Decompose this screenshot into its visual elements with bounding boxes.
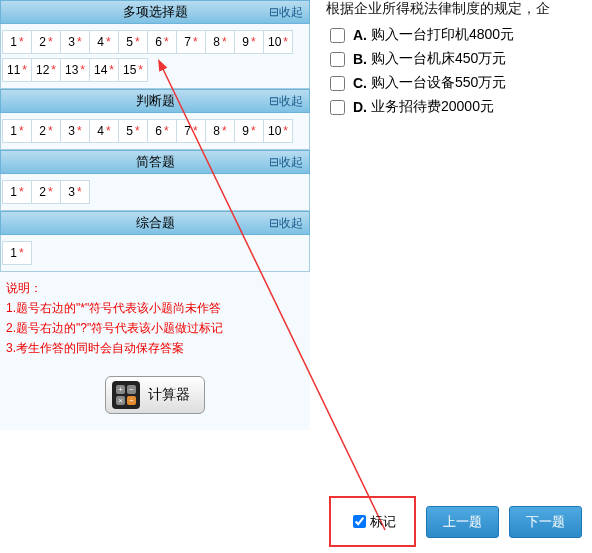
question-number: 10 (268, 35, 281, 49)
question-cell[interactable]: 6* (147, 30, 177, 54)
question-number: 4 (97, 124, 104, 138)
section-body-multichoice: 1*2*3*4*5*6*7*8*9*10*11*12*13*14*15* (0, 24, 310, 89)
question-number: 11 (7, 63, 20, 77)
unanswered-star-icon: * (283, 124, 288, 138)
next-button[interactable]: 下一题 (509, 506, 582, 538)
collapse-toggle[interactable]: ⊟收起 (269, 90, 303, 112)
collapse-toggle[interactable]: ⊟收起 (269, 212, 303, 234)
notes-block: 说明： 1.题号右边的"*"符号代表该小题尚未作答 2.题号右边的"?"符号代表… (0, 272, 310, 368)
mark-checkbox-highlight[interactable]: 标记 (329, 496, 416, 547)
unanswered-star-icon: * (22, 63, 27, 77)
question-cell[interactable]: 9* (234, 119, 264, 143)
unanswered-star-icon: * (109, 63, 114, 77)
calculator-button[interactable]: +−×÷ 计算器 (105, 376, 205, 414)
question-navigator: 多项选择题 ⊟收起 1*2*3*4*5*6*7*8*9*10*11*12*13*… (0, 0, 310, 430)
question-number: 1 (10, 124, 17, 138)
option-row[interactable]: B.购入一台机床450万元 (326, 50, 592, 68)
question-number: 6 (155, 124, 162, 138)
question-number: 10 (268, 124, 281, 138)
option-checkbox[interactable] (330, 100, 345, 115)
unanswered-star-icon: * (164, 124, 169, 138)
unanswered-star-icon: * (222, 35, 227, 49)
option-text: 购入一台设备550万元 (371, 74, 506, 92)
question-cell[interactable]: 3* (60, 119, 90, 143)
question-cell[interactable]: 1* (2, 180, 32, 204)
question-cell[interactable]: 12* (31, 58, 61, 82)
question-number: 7 (184, 35, 191, 49)
question-cell[interactable]: 4* (89, 30, 119, 54)
mark-label: 标记 (370, 513, 396, 531)
unanswered-star-icon: * (138, 63, 143, 77)
question-cell[interactable]: 3* (60, 180, 90, 204)
collapse-toggle[interactable]: ⊟收起 (269, 1, 303, 23)
section-header-multichoice[interactable]: 多项选择题 ⊟收起 (0, 0, 310, 24)
collapse-toggle[interactable]: ⊟收起 (269, 151, 303, 173)
question-cell[interactable]: 6* (147, 119, 177, 143)
section-header-short[interactable]: 简答题 ⊟收起 (0, 150, 310, 174)
question-cell[interactable]: 1* (2, 241, 32, 265)
option-checkbox[interactable] (330, 28, 345, 43)
option-row[interactable]: D.业务招待费20000元 (326, 98, 592, 116)
question-cell[interactable]: 8* (205, 30, 235, 54)
calculator-icon: +−×÷ (112, 381, 140, 409)
question-number: 9 (242, 124, 249, 138)
question-cell[interactable]: 10* (263, 30, 293, 54)
question-cell[interactable]: 2* (31, 30, 61, 54)
question-number: 8 (213, 124, 220, 138)
unanswered-star-icon: * (77, 35, 82, 49)
notes-heading: 说明： (6, 278, 304, 298)
option-text: 业务招待费20000元 (371, 98, 494, 116)
question-number: 7 (184, 124, 191, 138)
section-title: 判断题 (136, 93, 175, 108)
unanswered-star-icon: * (48, 185, 53, 199)
question-cell[interactable]: 14* (89, 58, 119, 82)
question-cell[interactable]: 2* (31, 180, 61, 204)
question-cell[interactable]: 3* (60, 30, 90, 54)
option-letter: B. (353, 51, 367, 67)
question-number: 15 (123, 63, 136, 77)
question-cell[interactable]: 13* (60, 58, 90, 82)
section-header-judge[interactable]: 判断题 ⊟收起 (0, 89, 310, 113)
section-title: 综合题 (136, 215, 175, 230)
section-header-comprehensive[interactable]: 综合题 ⊟收起 (0, 211, 310, 235)
question-cell[interactable]: 5* (118, 30, 148, 54)
question-number: 3 (68, 35, 75, 49)
question-cell[interactable]: 5* (118, 119, 148, 143)
question-cell[interactable]: 10* (263, 119, 293, 143)
option-row[interactable]: A.购入一台打印机4800元 (326, 26, 592, 44)
option-row[interactable]: C.购入一台设备550万元 (326, 74, 592, 92)
option-checkbox[interactable] (330, 52, 345, 67)
question-cell[interactable]: 2* (31, 119, 61, 143)
question-number: 1 (10, 246, 17, 260)
question-cell[interactable]: 8* (205, 119, 235, 143)
question-number: 13 (65, 63, 78, 77)
unanswered-star-icon: * (193, 124, 198, 138)
unanswered-star-icon: * (80, 63, 85, 77)
question-number: 2 (39, 124, 46, 138)
question-cell[interactable]: 1* (2, 30, 32, 54)
unanswered-star-icon: * (164, 35, 169, 49)
unanswered-star-icon: * (77, 124, 82, 138)
unanswered-star-icon: * (251, 124, 256, 138)
unanswered-star-icon: * (48, 35, 53, 49)
question-cell[interactable]: 15* (118, 58, 148, 82)
prev-button[interactable]: 上一题 (426, 506, 499, 538)
option-letter: D. (353, 99, 367, 115)
notes-line: 3.考生作答的同时会自动保存答案 (6, 338, 304, 358)
unanswered-star-icon: * (19, 185, 24, 199)
question-cell[interactable]: 1* (2, 119, 32, 143)
section-body-short: 1*2*3* (0, 174, 310, 211)
question-number: 6 (155, 35, 162, 49)
question-cell[interactable]: 4* (89, 119, 119, 143)
option-checkbox[interactable] (330, 76, 345, 91)
question-number: 14 (94, 63, 107, 77)
question-number: 8 (213, 35, 220, 49)
calculator-label: 计算器 (148, 386, 190, 404)
question-cell[interactable]: 11* (2, 58, 32, 82)
question-number: 1 (10, 35, 17, 49)
question-cell[interactable]: 7* (176, 119, 206, 143)
mark-checkbox[interactable] (353, 515, 366, 528)
question-cell[interactable]: 9* (234, 30, 264, 54)
question-number: 3 (68, 185, 75, 199)
question-cell[interactable]: 7* (176, 30, 206, 54)
